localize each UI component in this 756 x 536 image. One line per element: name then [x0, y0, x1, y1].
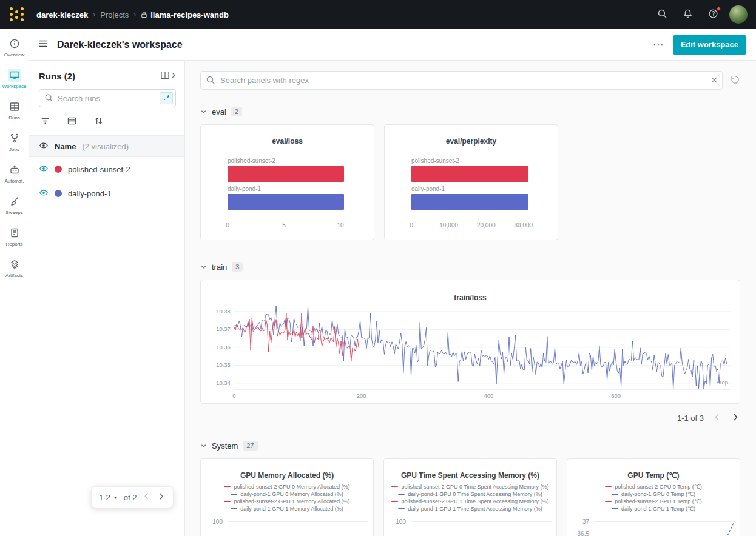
section-name: System	[212, 441, 238, 451]
legend-mark	[391, 501, 398, 502]
table-icon	[8, 100, 21, 113]
section-system: System 27 GPU Memory Allocated (%) polis…	[200, 441, 740, 536]
expand-runs-table-button[interactable]	[160, 70, 177, 82]
section-train-header[interactable]: train 3	[200, 262, 243, 272]
run-name: daily-pond-1	[68, 189, 112, 198]
section-name: eval	[212, 107, 226, 116]
clear-search-button[interactable]	[710, 76, 718, 86]
chart-panel-gpu-time-accessing-memory[interactable]: GPU Time Spent Accessing Memory (%) poli…	[383, 458, 557, 536]
section-count-badge: 3	[232, 262, 243, 272]
workspace-actions: ⋯ Edit workspace	[653, 35, 746, 55]
legend-mark	[224, 486, 231, 487]
run-visibility-toggle[interactable]	[39, 188, 49, 199]
workspace-header: Darek-kleczek's workspace ⋯ Edit workspa…	[29, 29, 756, 61]
sidebar-item-workspace[interactable]: Workspace	[1, 67, 29, 91]
breadcrumb-projects[interactable]: Projects	[100, 10, 129, 19]
chevron-left-icon	[142, 492, 151, 503]
notifications-button[interactable]	[678, 5, 697, 24]
legend-mark	[231, 508, 237, 509]
chart-legend: polished-sunset-2 GPU 0 Memory Allocated…	[201, 483, 373, 512]
search-history-button[interactable]	[730, 75, 740, 87]
eye-icon	[39, 188, 49, 199]
next-panel-button[interactable]	[731, 412, 740, 424]
svg-text:10.37: 10.37	[216, 326, 231, 332]
sidebar-item-sweeps[interactable]: Sweeps	[1, 193, 29, 217]
group-button[interactable]	[66, 116, 78, 128]
sidebar-item-overview[interactable]: Overview	[1, 35, 29, 59]
legend-label: polished-sunset-2 GPU 0 Temp (℃)	[615, 484, 702, 490]
sidebar-item-runs[interactable]: Runs	[1, 98, 29, 122]
section-name: train	[212, 263, 227, 272]
section-train: train 3 10.3410.3510.3610.3710.380200400…	[200, 262, 740, 424]
help-notification-dot	[717, 7, 721, 11]
page-total: of 2	[124, 493, 137, 502]
search-runs-input[interactable]	[39, 89, 176, 107]
train-pagination: 1-1 of 3	[200, 412, 740, 424]
page-size-dropdown[interactable]: 1-2	[99, 493, 118, 502]
run-row-daily-pond-1[interactable]: daily-pond-1	[29, 181, 184, 206]
toggle-all-visibility-button[interactable]	[39, 141, 49, 152]
y-axis-tick: 100	[390, 518, 406, 525]
breadcrumb-project[interactable]: llama-recipes-wandb	[141, 10, 229, 19]
breadcrumb-user[interactable]: darek-kleczek	[36, 10, 88, 19]
legend-label: daily-pond-1 GPU 1 Temp (℃)	[621, 506, 695, 512]
edit-workspace-button[interactable]: Edit workspace	[673, 35, 746, 55]
wandb-logo[interactable]	[8, 6, 25, 23]
top-navbar: darek-kleczek › Projects › llama-recipes…	[0, 0, 756, 29]
filter-button[interactable]	[39, 116, 51, 128]
rows-icon	[67, 116, 77, 128]
eye-icon	[39, 164, 49, 175]
left-nav-rail: Overview Workspace Runs Jobs Automat. Sw…	[0, 29, 29, 536]
regex-toggle-button[interactable]: .*	[160, 92, 173, 104]
prev-panel-button[interactable]	[712, 412, 722, 424]
visualized-count: (2 visualized)	[82, 142, 129, 151]
chart-title: GPU Memory Allocated (%)	[201, 471, 373, 480]
legend-mark	[391, 486, 398, 487]
sidebar-item-automations[interactable]: Automat.	[1, 161, 29, 186]
y-axis-tick: 37	[573, 518, 589, 525]
help-button[interactable]	[704, 5, 722, 24]
chart-panel-eval-perplexity[interactable]: eval/perplexity polished-sunset-2daily-p…	[384, 124, 558, 240]
run-color-dot	[55, 166, 62, 173]
section-system-header[interactable]: System 27	[200, 441, 258, 451]
search-panels-input[interactable]	[200, 71, 723, 90]
legend-mark	[605, 501, 612, 502]
prev-page-button[interactable]	[142, 492, 151, 503]
lock-icon	[141, 11, 147, 18]
section-eval-header[interactable]: eval 2	[200, 107, 242, 116]
broom-icon	[8, 195, 21, 208]
bar-chart: polished-sunset-2daily-pond-10510	[228, 158, 348, 230]
chart-legend: polished-sunset-2 GPU 0 Temp (℃) daily-p…	[567, 483, 740, 512]
run-color-dot	[55, 190, 62, 197]
legend-label: polished-sunset-2 GPU 0 Time Spent Acces…	[401, 484, 548, 490]
next-page-button[interactable]	[157, 492, 166, 503]
run-visibility-toggle[interactable]	[39, 164, 49, 175]
chart-panel-gpu-temp[interactable]: GPU Temp (℃) polished-sunset-2 GPU 0 Tem…	[567, 458, 740, 536]
bar-chart: polished-sunset-2daily-pond-1010,00020,0…	[411, 158, 532, 230]
sidebar-item-jobs[interactable]: Jobs	[1, 130, 29, 154]
y-axis-tick: 100	[207, 518, 223, 525]
svg-text:200: 200	[357, 392, 366, 399]
page-range: 1-2	[99, 493, 110, 502]
sidebar-item-artifacts[interactable]: Artifacts	[1, 256, 29, 280]
chart-plot: 100	[201, 518, 373, 536]
sort-button[interactable]	[92, 116, 104, 128]
chart-panel-train-loss[interactable]: 10.3410.3510.3610.3710.380200400600Step …	[200, 280, 740, 404]
legend-label: polished-sunset-2 GPU 0 Memory Allocated…	[234, 484, 349, 490]
chart-panel-eval-loss[interactable]: eval/loss polished-sunset-2daily-pond-10…	[200, 124, 374, 240]
search-button[interactable]	[653, 5, 671, 24]
legend-label: polished-sunset-2 GPU 1 Memory Allocated…	[234, 498, 349, 504]
run-row-polished-sunset-2[interactable]: polished-sunset-2	[29, 157, 184, 181]
sidebar-item-reports[interactable]: Reports	[1, 224, 29, 249]
breadcrumb: darek-kleczek › Projects › llama-recipes…	[36, 10, 229, 19]
legend-label: daily-pond-1 GPU 1 Memory Allocated (%)	[240, 506, 343, 512]
menu-button[interactable]	[38, 38, 49, 51]
svg-text:10.35: 10.35	[216, 361, 231, 368]
workspace-icon	[8, 69, 21, 82]
svg-text:10.34: 10.34	[216, 380, 231, 386]
name-column-header: Name	[55, 142, 76, 151]
overflow-menu-button[interactable]: ⋯	[653, 39, 664, 50]
breadcrumb-separator: ›	[133, 10, 136, 19]
chart-panel-gpu-memory-allocated[interactable]: GPU Memory Allocated (%) polished-sunset…	[200, 458, 374, 536]
avatar[interactable]	[729, 5, 748, 24]
